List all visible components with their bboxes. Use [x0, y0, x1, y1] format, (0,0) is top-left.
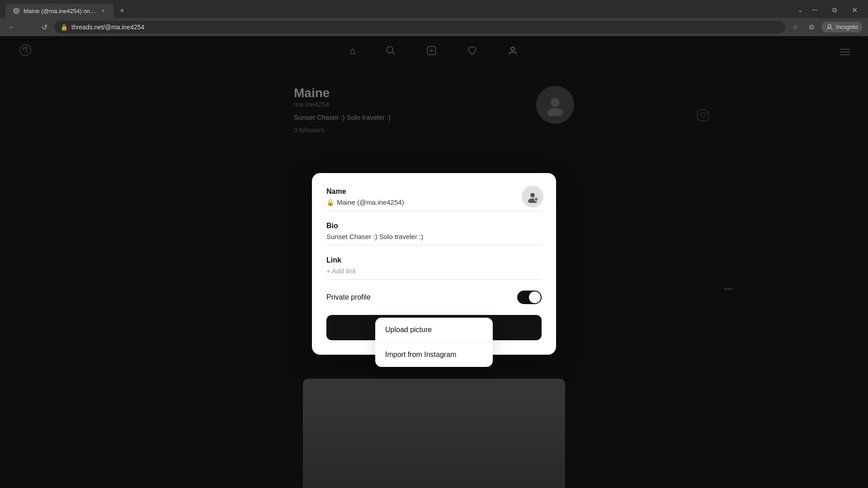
tab-title: Maine (@ma.ine4254) on Threa...	[24, 8, 96, 14]
new-tab-button[interactable]: +	[116, 5, 128, 17]
tab-dropdown-button[interactable]: ⌄	[797, 6, 803, 14]
browser-chrome: Maine (@ma.ine4254) on Threa... × + ⌄ ─ …	[0, 0, 868, 36]
name-field: Name 🔒 Maine (@ma.ine4254)	[326, 188, 542, 211]
active-tab[interactable]: Maine (@ma.ine4254) on Threa... ×	[5, 4, 114, 18]
link-placeholder[interactable]: + Add link	[326, 267, 542, 280]
toggle-knob	[529, 291, 541, 303]
lock-icon: 🔒	[326, 199, 334, 206]
link-field: Link + Add link	[326, 256, 542, 280]
address-lock-icon: 🔒	[61, 24, 68, 31]
tab-bar: Maine (@ma.ine4254) on Threa... × + ⌄ ─ …	[0, 0, 868, 18]
tab-close-button[interactable]: ×	[99, 7, 107, 14]
extension-icon[interactable]: ⧉	[805, 21, 818, 33]
bookmark-star-icon[interactable]: ☆	[789, 21, 802, 33]
name-value[interactable]: 🔒 Maine (@ma.ine4254)	[326, 198, 542, 211]
name-text: Maine (@ma.ine4254)	[337, 198, 404, 206]
incognito-label: Incognito	[836, 24, 858, 30]
address-bar[interactable]: 🔒 threads.net/@ma.ine4254	[54, 21, 785, 33]
svg-point-11	[530, 193, 535, 197]
address-text: threads.net/@ma.ine4254	[71, 23, 144, 31]
incognito-button[interactable]: Incognito	[821, 22, 863, 33]
link-label: Link	[326, 256, 542, 264]
modal-overlay[interactable]: Name 🔒 Maine (@ma.ine4254) Bio Sunset Ch…	[0, 36, 868, 488]
name-label: Name	[326, 188, 542, 196]
bio-label: Bio	[326, 222, 542, 230]
bio-value[interactable]: Sunset Chaser :) Solo traveler :)	[326, 233, 542, 245]
minimize-button[interactable]: ─	[807, 4, 823, 16]
avatar-dropdown-menu: Upload picture Import from Instagram	[375, 318, 493, 367]
maximize-button[interactable]: ⧉	[826, 4, 843, 16]
address-bar-row: ← → ↺ 🔒 threads.net/@ma.ine4254 ☆ ⧉ Inco…	[0, 18, 868, 36]
back-button[interactable]: ←	[5, 21, 18, 33]
refresh-button[interactable]: ↺	[38, 21, 51, 33]
page-content: ⌂ Maine	[0, 36, 868, 488]
forward-button[interactable]: →	[22, 21, 34, 33]
private-profile-row: Private profile	[326, 291, 542, 315]
private-profile-label: Private profile	[326, 293, 371, 301]
import-from-instagram-option[interactable]: Import from Instagram	[375, 343, 493, 367]
bio-field: Bio Sunset Chaser :) Solo traveler :)	[326, 222, 542, 245]
tab-favicon	[13, 7, 20, 14]
avatar-edit-button[interactable]	[522, 186, 543, 207]
upload-picture-option[interactable]: Upload picture	[375, 318, 493, 343]
edit-profile-modal: Name 🔒 Maine (@ma.ine4254) Bio Sunset Ch…	[312, 173, 556, 355]
incognito-icon	[826, 23, 833, 31]
private-profile-toggle[interactable]	[517, 291, 542, 304]
close-window-button[interactable]: ✕	[846, 4, 863, 16]
svg-point-1	[828, 25, 831, 28]
